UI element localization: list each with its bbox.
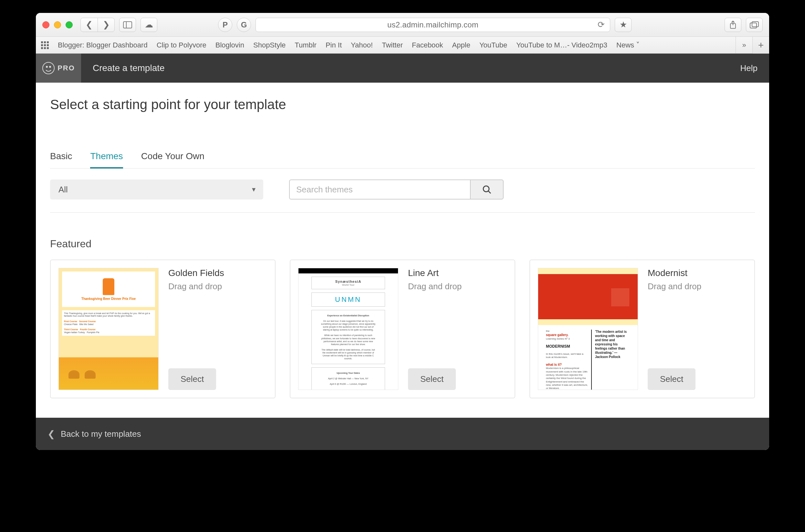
search-button[interactable]	[470, 179, 504, 200]
select-button[interactable]: Select	[648, 368, 695, 390]
template-title: Modernist	[648, 268, 747, 278]
thumbnail-gallery: square gallery.	[546, 333, 569, 337]
show-tabs-button[interactable]	[746, 18, 763, 32]
zoom-window-button[interactable]	[66, 21, 73, 28]
thumbnail-logo: SynæsthesiA	[314, 280, 382, 283]
category-select-value: All	[58, 185, 68, 195]
template-title: Golden Fields	[168, 268, 267, 278]
bookmark-item[interactable]: Blogger: Blogger Dashboard	[58, 41, 148, 50]
template-subtitle: Drag and drop	[648, 282, 747, 291]
svg-rect-0	[123, 22, 132, 28]
thumbnail-tour-date: April 2 @ Webster Hall — New York, NY	[314, 376, 382, 381]
search-wrapper	[289, 179, 504, 200]
bookmark-item[interactable]: Pin It	[326, 41, 342, 50]
svg-point-7	[46, 66, 48, 68]
back-link[interactable]: Back to my templates	[61, 429, 141, 439]
template-source-tabs: Basic Themes Code Your Own	[50, 151, 755, 169]
thumbnail-subtitle: World Tour	[314, 283, 382, 286]
reload-icon[interactable]: ⟳	[598, 20, 605, 30]
thumbnail-tour-heading: Upcoming Tour Dates	[336, 372, 360, 374]
mailchimp-logo-icon	[42, 62, 55, 75]
bookmark-item[interactable]: Clip to Polyvore	[157, 41, 206, 50]
pinterest-extension[interactable]: P	[218, 18, 232, 32]
close-window-button[interactable]	[42, 21, 50, 28]
bookmark-item[interactable]: Tumblr	[295, 41, 316, 50]
app-header: PRO Create a template Help	[36, 54, 769, 83]
thumbnail-series: Learning Series Nº 3	[546, 337, 570, 340]
bookmark-item[interactable]: YouTube	[479, 41, 507, 50]
search-input-wrapper	[289, 179, 470, 200]
template-thumbnail[interactable]: Thanksgiving Beer Dinner Prix Fixe This …	[58, 268, 159, 390]
search-input[interactable]	[296, 185, 463, 195]
sidebar-icon	[123, 21, 132, 28]
address-url: us2.admin.mailchimp.com	[387, 20, 478, 30]
pro-label: PRO	[57, 64, 75, 72]
grammarly-extension[interactable]: G	[237, 18, 251, 32]
svg-point-6	[43, 62, 54, 74]
bookmark-item[interactable]: Facebook	[412, 41, 443, 50]
thumbnail-topic: MODERNISM	[546, 344, 570, 349]
top-sites-button[interactable]: ★	[615, 18, 632, 32]
page-content: Select a starting point for your templat…	[36, 83, 769, 398]
template-card-modernist: thesquare gallery. Learning Series Nº 3 …	[529, 260, 755, 398]
filter-controls: All ▾	[50, 179, 755, 213]
icloud-tabs-button[interactable]: ☁︎	[141, 18, 157, 32]
sidebar-button[interactable]	[119, 18, 136, 32]
share-icon	[729, 21, 736, 29]
section-heading: Featured	[50, 238, 755, 250]
tab-basic[interactable]: Basic	[50, 151, 72, 168]
star-icon: ★	[620, 20, 627, 30]
template-cards: Thanksgiving Beer Dinner Prix Fixe This …	[50, 260, 755, 398]
window-controls	[42, 21, 73, 28]
chevron-down-icon: ˅	[636, 41, 640, 49]
thumbnail-title: Thanksgiving Beer Dinner Prix Fixe	[81, 297, 136, 301]
svg-point-8	[49, 66, 51, 68]
thumbnail-brand: UNMN	[314, 296, 382, 304]
bookmark-item[interactable]: Yahoo!	[351, 41, 373, 50]
address-bar[interactable]: us2.admin.mailchimp.com ⟳	[256, 18, 610, 32]
category-select[interactable]: All ▾	[50, 179, 263, 200]
help-link[interactable]: Help	[740, 63, 757, 73]
svg-point-9	[483, 186, 489, 192]
bookmark-item[interactable]: Twitter	[382, 41, 403, 50]
page-heading: Select a starting point for your templat…	[50, 97, 755, 112]
app-footer: ❮ Back to my templates	[36, 418, 769, 450]
bookmark-item[interactable]: YouTube to M…- Video2mp3	[516, 41, 607, 50]
template-card-golden-fields: Thanksgiving Beer Dinner Prix Fixe This …	[50, 260, 276, 398]
tab-code-your-own[interactable]: Code Your Own	[141, 151, 204, 168]
minimize-window-button[interactable]	[54, 21, 61, 28]
forward-button[interactable]: ❯	[97, 18, 114, 32]
chevron-down-icon: ▾	[252, 185, 256, 194]
back-button[interactable]: ❮	[81, 18, 97, 32]
svg-rect-5	[752, 22, 758, 27]
tab-themes[interactable]: Themes	[90, 151, 123, 169]
tabs-icon	[750, 21, 759, 28]
template-subtitle: Drag and drop	[168, 282, 267, 291]
template-thumbnail[interactable]: thesquare gallery. Learning Series Nº 3 …	[538, 268, 638, 390]
nav-back-forward: ❮ ❯	[80, 18, 115, 32]
browser-window: ❮ ❯ ☁︎ P G us2.admin.mailchimp.com ⟳ ★ B…	[36, 13, 769, 450]
template-thumbnail[interactable]: SynæsthesiAWorld Tour UNMN Experience an…	[298, 268, 398, 390]
template-title: Line Art	[408, 268, 507, 278]
new-tab-button[interactable]: +	[752, 37, 769, 54]
select-button[interactable]: Select	[408, 368, 456, 390]
search-icon	[482, 185, 491, 194]
browser-toolbar: ❮ ❯ ☁︎ P G us2.admin.mailchimp.com ⟳ ★	[36, 13, 769, 37]
template-card-line-art: SynæsthesiAWorld Tour UNMN Experience an…	[290, 260, 515, 398]
bookmark-folder[interactable]: News ˅	[616, 41, 640, 50]
select-button[interactable]: Select	[168, 368, 216, 390]
share-button[interactable]	[725, 18, 742, 32]
pro-badge[interactable]: PRO	[36, 54, 81, 83]
thumbnail-headline: Experience an Existentialist Disruption	[327, 315, 369, 317]
show-all-bookmarks-icon[interactable]	[41, 41, 49, 49]
bookmark-item[interactable]: Bloglovin	[216, 41, 244, 50]
pinterest-icon: P	[223, 20, 228, 30]
overflow-bookmarks-button[interactable]: »	[735, 37, 752, 54]
thumbnail-tour-date: April 6 @ RUDE — London, England	[314, 381, 382, 387]
page-title: Create a template	[81, 63, 165, 73]
chevron-left-icon: ❮	[48, 429, 55, 439]
cloud-icon: ☁︎	[145, 20, 153, 30]
svg-line-10	[489, 191, 491, 193]
bookmark-item[interactable]: ShopStyle	[253, 41, 286, 50]
bookmark-item[interactable]: Apple	[452, 41, 470, 50]
